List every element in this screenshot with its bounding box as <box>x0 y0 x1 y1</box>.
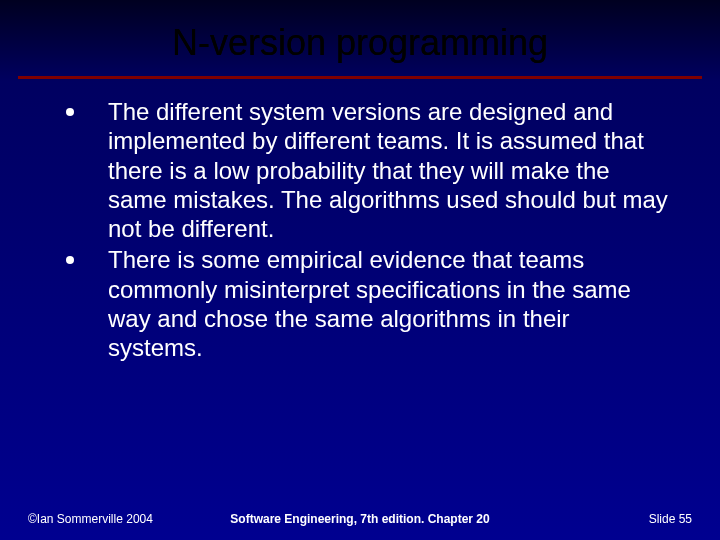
slide-title-text: N-version programming <box>172 22 548 63</box>
footer-left: ©Ian Sommerville 2004 <box>28 512 153 526</box>
list-item: There is some empirical evidence that te… <box>60 245 670 362</box>
content-area: The different system versions are design… <box>0 79 720 362</box>
slide: N-version programming The different syst… <box>0 0 720 540</box>
slide-title: N-version programming <box>0 0 720 76</box>
footer: ©Ian Sommerville 2004 Software Engineeri… <box>0 512 720 526</box>
bullet-list: The different system versions are design… <box>60 97 670 362</box>
list-item: The different system versions are design… <box>60 97 670 243</box>
footer-right: Slide 55 <box>649 512 692 526</box>
bullet-text: The different system versions are design… <box>108 98 668 242</box>
bullet-text: There is some empirical evidence that te… <box>108 246 631 361</box>
